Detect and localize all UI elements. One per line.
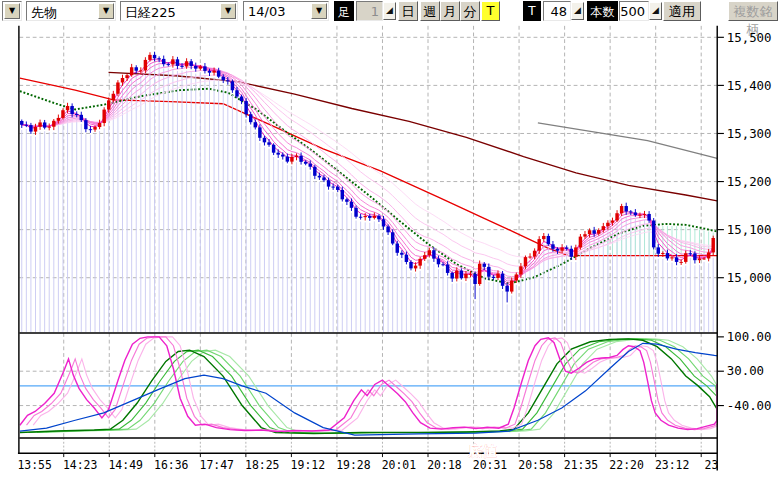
svg-text:23: 23 <box>705 458 719 472</box>
period-month-button[interactable]: 月 <box>440 1 460 21</box>
svg-text:15,000: 15,000 <box>727 270 772 285</box>
svg-text:20:01: 20:01 <box>382 458 417 472</box>
price-axis-labels: 15,50015,40015,30015,20015,10015,000 <box>717 30 771 285</box>
chevron-down-icon[interactable]: ▼ <box>4 3 20 19</box>
bar-count-field[interactable]: 500 <box>619 1 649 21</box>
svg-text:15,300: 15,300 <box>727 126 772 141</box>
contract-month-value: 14/03 <box>248 4 285 19</box>
oscillator-axis-labels: 100.0030.00-40.00 <box>717 329 771 413</box>
svg-text:15,500: 15,500 <box>727 30 772 45</box>
chevron-down-icon[interactable]: ▼ <box>98 3 114 19</box>
price-and-oscillator-chart[interactable]: 15,50015,40015,30015,20015,10015,000100.… <box>0 23 780 500</box>
svg-text:14:49: 14:49 <box>108 458 143 472</box>
svg-text:100.00: 100.00 <box>727 329 772 344</box>
svg-text:16:36: 16:36 <box>154 458 189 472</box>
apply-button[interactable]: 適用 <box>663 1 701 21</box>
svg-text:19:12: 19:12 <box>291 458 325 472</box>
svg-text:21:35: 21:35 <box>564 458 598 472</box>
mini-combobox[interactable]: ▼ <box>2 1 22 21</box>
svg-text:22:20: 22:20 <box>609 458 644 472</box>
tick-label: T <box>523 1 541 21</box>
period-week-button[interactable]: 週 <box>420 1 440 21</box>
svg-text:13:55: 13:55 <box>17 458 51 472</box>
svg-text:20:31: 20:31 <box>473 458 508 472</box>
ashi-label: 足 <box>334 1 354 21</box>
period-tick-button[interactable]: T <box>481 1 500 21</box>
svg-text:15,100: 15,100 <box>727 222 772 237</box>
instrument-combobox[interactable]: 先物 ▼ <box>26 1 116 21</box>
svg-text:-40.00: -40.00 <box>727 398 772 413</box>
oscillator-panel <box>19 337 762 435</box>
svg-text:20:58: 20:58 <box>518 458 553 472</box>
ashi-interval-field[interactable]: 1 <box>356 1 383 21</box>
svg-text:30.00: 30.00 <box>727 364 764 379</box>
svg-text:19:28: 19:28 <box>336 458 371 472</box>
svg-text:20:18: 20:18 <box>427 458 462 472</box>
tick-spin-icon[interactable]: ◢ <box>571 2 584 20</box>
tick-count-field[interactable]: 48 <box>543 1 571 21</box>
svg-text:17:47: 17:47 <box>200 458 235 472</box>
bar-count-label: 本数 <box>587 1 618 21</box>
instrument-value: 先物 <box>31 4 57 22</box>
ashi-spin-icon[interactable]: ◢ <box>383 2 396 20</box>
trading-chart-app: { "toolbar": { "mini_combo_icon": "▼", "… <box>0 0 780 500</box>
svg-text:23:12: 23:12 <box>655 458 689 472</box>
svg-text:15,400: 15,400 <box>727 78 772 93</box>
toolbar: ▼ 先物 ▼ 日経225 ▼ 14/03 ▼ 足 1 ◢ 日 週 月 分 T T… <box>0 0 780 23</box>
svg-text:18:25: 18:25 <box>245 458 279 472</box>
period-minute-button[interactable]: 分 <box>460 1 480 21</box>
symbol-combobox[interactable]: 日経225 ▼ <box>120 1 238 21</box>
svg-text:15,200: 15,200 <box>727 174 772 189</box>
svg-text:14:23: 14:23 <box>63 458 98 472</box>
multi-symbol-button[interactable]: 複数銘柄 <box>728 1 778 21</box>
chevron-down-icon[interactable]: ▼ <box>311 3 327 19</box>
contract-month-combobox[interactable]: 14/03 ▼ <box>243 1 329 21</box>
ma-pink-fan <box>22 59 713 286</box>
bottom-price-annotation: 底値 <box>467 443 497 459</box>
count-spin-icon[interactable]: ◢ <box>649 2 662 20</box>
time-axis-labels: 13:5514:2314:4916:3617:4718:2519:1219:28… <box>17 453 718 472</box>
period-day-button[interactable]: 日 <box>398 1 418 21</box>
symbol-value: 日経225 <box>125 4 176 22</box>
chevron-down-icon[interactable]: ▼ <box>220 3 236 19</box>
